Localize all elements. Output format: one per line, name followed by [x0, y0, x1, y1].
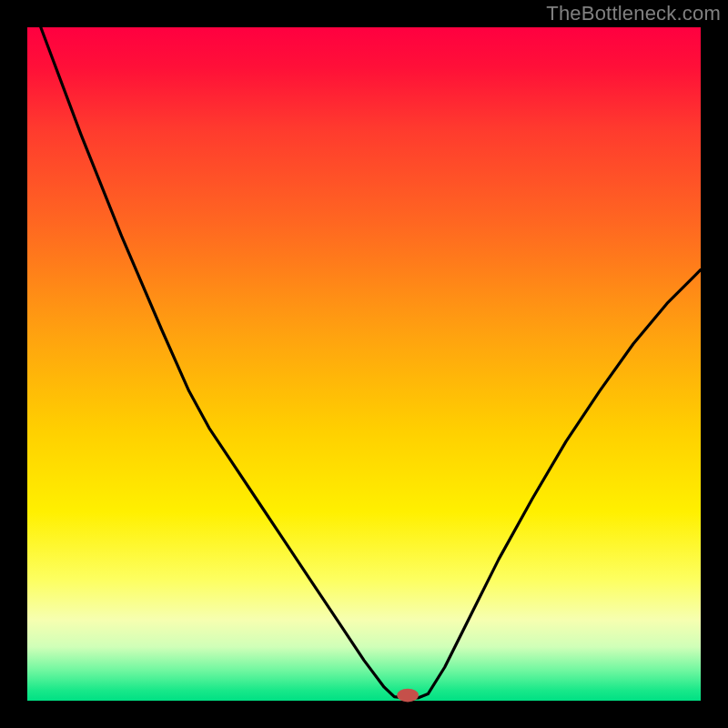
- minimum-marker: [397, 689, 419, 703]
- chart-svg: [0, 0, 728, 728]
- watermark-text: TheBottleneck.com: [546, 2, 721, 25]
- chart-stage: TheBottleneck.com: [0, 0, 728, 728]
- plot-area: [27, 27, 701, 701]
